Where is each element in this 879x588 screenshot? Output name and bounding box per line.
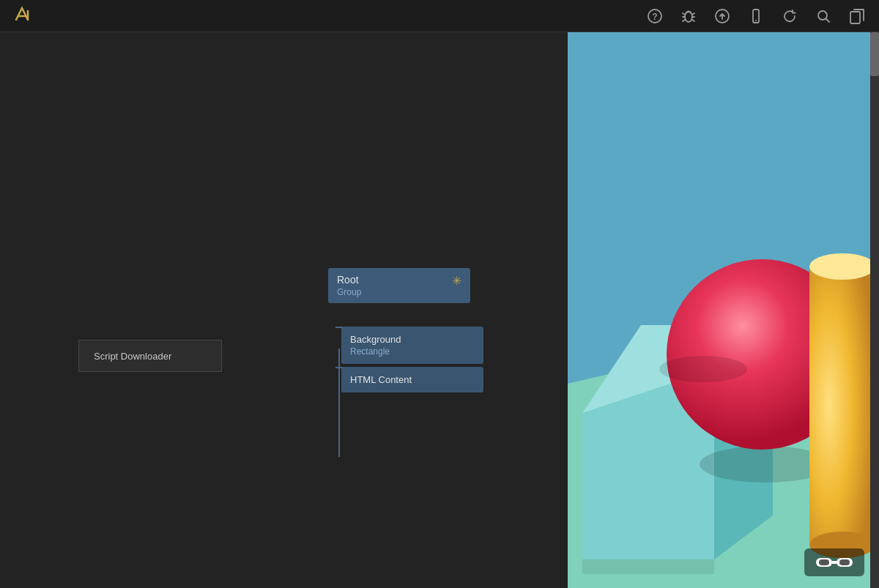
help-icon[interactable]: ? — [645, 6, 665, 26]
layer-html-name: HTML Content — [350, 374, 475, 385]
svg-point-6 — [818, 11, 827, 20]
svg-rect-21 — [819, 559, 829, 565]
svg-rect-22 — [832, 561, 837, 564]
vr-icon-svg — [815, 554, 854, 570]
canvas-panel[interactable]: Script Downloader Root Group ✳ Backgro — [0, 32, 568, 588]
script-downloader-element[interactable]: Script Downloader — [78, 340, 222, 372]
scrollbar-thumb[interactable] — [870, 32, 879, 76]
svg-rect-24 — [839, 559, 850, 565]
layer-html-item[interactable]: HTML Content — [341, 367, 483, 392]
svg-point-2 — [685, 12, 692, 22]
layer-tree: Root Group ✳ — [328, 268, 470, 305]
layer-children: Background Rectangle HTML Content — [341, 327, 483, 395]
toolbar: ? — [0, 0, 879, 32]
right-scrollbar[interactable] — [870, 32, 879, 588]
svg-rect-15 — [809, 267, 875, 545]
search-icon[interactable] — [813, 6, 834, 26]
tree-connector-h-html — [335, 367, 343, 368]
layer-background-item[interactable]: Background Rectangle — [341, 327, 483, 364]
layer-background-name: Background — [350, 334, 475, 345]
layer-root-name: Root — [337, 274, 361, 286]
script-downloader-label: Script Downloader — [94, 351, 171, 362]
toolbar-right: ? — [645, 6, 867, 26]
copy-icon[interactable] — [847, 6, 867, 26]
svg-rect-7 — [850, 12, 860, 23]
upload-icon[interactable] — [712, 6, 732, 26]
tree-connector-h-background — [335, 327, 343, 328]
main-area: Script Downloader Root Group ✳ Backgro — [0, 32, 879, 588]
svg-text:?: ? — [652, 11, 657, 21]
layer-background-type: Rectangle — [350, 346, 475, 357]
svg-point-5 — [755, 20, 757, 21]
scene-svg — [568, 32, 879, 588]
svg-point-18 — [659, 356, 747, 382]
layer-root-item[interactable]: Root Group ✳ — [328, 268, 470, 303]
svg-marker-19 — [582, 559, 714, 574]
layer-star-icon: ✳ — [452, 274, 461, 288]
tree-connector-line — [338, 349, 340, 457]
app-logo — [12, 4, 32, 29]
refresh-icon[interactable] — [779, 6, 800, 26]
toolbar-left — [12, 4, 32, 29]
bug-icon[interactable] — [678, 6, 699, 26]
scene-preview-panel — [568, 32, 879, 588]
svg-point-16 — [809, 253, 875, 280]
layer-root-type: Group — [337, 287, 361, 297]
device-icon[interactable] — [746, 6, 766, 26]
vr-icon[interactable] — [804, 548, 864, 576]
